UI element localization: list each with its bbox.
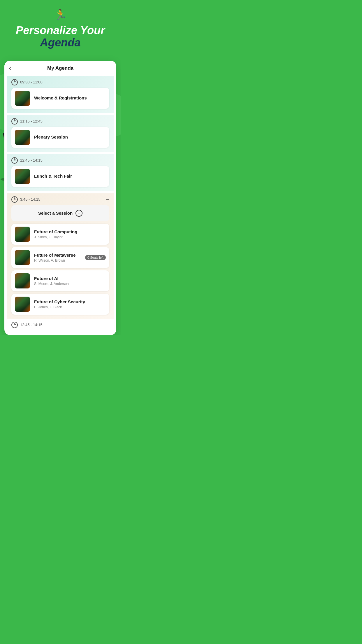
clock-icon-footer [11,322,18,328]
session-info-plenary: Plenary Session [34,134,106,140]
session-thumb-metaverse [15,250,30,265]
time-text-2: 11:15 - 12:45 [20,119,43,123]
session-info-ai: Future of AI S. Moore, J. Anderson [34,276,106,286]
time-row-1: 09:30 - 11:00 [11,79,109,85]
session-speakers-metaverse: R. Wilson, A. Brown [34,258,85,262]
session-info-welcome: Welcome & Registrations [34,95,106,101]
session-title-welcome: Welcome & Registrations [34,95,106,100]
session-plenary[interactable]: Plenary Session [11,127,109,148]
session-welcome[interactable]: Welcome & Registrations [11,88,109,109]
agenda-card: ‹ My Agenda 09:30 - 11:00 Welcome & Regi… [4,61,116,335]
session-info-metaverse: Future of Metaverse R. Wilson, A. Brown [34,253,85,262]
session-ai[interactable]: Future of AI S. Moore, J. Anderson [11,270,109,291]
time-text-3: 12:45 - 14:15 [20,158,43,162]
session-info-cybersecurity: Future of Cyber Security E. Jones, F. Bl… [34,299,106,309]
session-title-ai: Future of AI [34,276,106,281]
hero-title-line2: Agenda [40,36,80,49]
session-title-lunch: Lunch & Tech Fair [34,174,106,178]
time-slot-4: 3:45 - 14:15 − Select a Session + Future… [7,193,114,319]
time-slot-2: 11:15 - 12:45 Plenary Session [7,115,114,152]
hero-title-line1: Personalize Your [16,24,105,36]
session-thumb-computing [15,227,30,242]
time-row-2: 11:15 - 12:45 [11,118,109,125]
session-title-metaverse: Future of Metaverse [34,253,85,258]
seats-badge-metaverse: 0 Seats left [85,255,106,260]
clock-icon-1 [11,79,18,85]
session-thumb-welcome [15,91,30,106]
session-speakers-cybersecurity: E. Jones, F. Black [34,305,106,309]
time-row-4: 3:45 - 14:15 − [11,196,109,203]
session-info-computing: Future of Computing J. Smith, G. Taylor [34,229,106,239]
clock-icon-4 [11,196,18,203]
time-row-3: 12:45 - 14:15 [11,157,109,164]
session-computing[interactable]: Future of Computing J. Smith, G. Taylor [11,224,109,245]
collapse-button[interactable]: − [106,197,109,202]
session-thumb-lunch [15,169,30,184]
add-session-icon: + [75,210,82,217]
session-lunch[interactable]: Lunch & Tech Fair [11,166,109,187]
session-speakers-ai: S. Moore, J. Anderson [34,282,106,286]
time-slot-1: 09:30 - 11:00 Welcome & Registrations [7,76,114,113]
clock-icon-2 [11,118,18,125]
session-speakers-computing: J. Smith, G. Taylor [34,235,106,239]
runner-icon: 🏃 [6,9,115,21]
session-title-computing: Future of Computing [34,229,106,234]
session-title-plenary: Plenary Session [34,134,106,139]
time-slot-3: 12:45 - 14:15 Lunch & Tech Fair [7,154,114,191]
session-cybersecurity[interactable]: Future of Cyber Security E. Jones, F. Bl… [11,294,109,315]
select-session-button[interactable]: Select a Session + [11,205,109,221]
clock-icon-3 [11,157,18,164]
time-text-1: 09:30 - 11:00 [20,80,43,84]
session-title-cybersecurity: Future of Cyber Security [34,299,106,304]
select-session-label: Select a Session [38,211,73,216]
time-text-footer: 12:45 - 14:15 [20,323,43,327]
session-info-lunch: Lunch & Tech Fair [34,174,106,179]
app-header: 🏃 Personalize Your Agenda [0,0,121,55]
session-thumb-ai [15,273,30,288]
session-thumb-plenary [15,130,30,145]
time-slot-footer: 12:45 - 14:15 [7,319,114,332]
session-metaverse[interactable]: Future of Metaverse R. Wilson, A. Brown … [11,247,109,268]
time-row-footer: 12:45 - 14:15 [11,322,109,328]
time-text-4: 3:45 - 14:15 [20,197,40,202]
back-button[interactable]: ‹ [9,65,11,71]
card-header: ‹ My Agenda [4,61,116,76]
card-title: My Agenda [47,65,73,71]
session-thumb-cybersecurity [15,297,30,312]
